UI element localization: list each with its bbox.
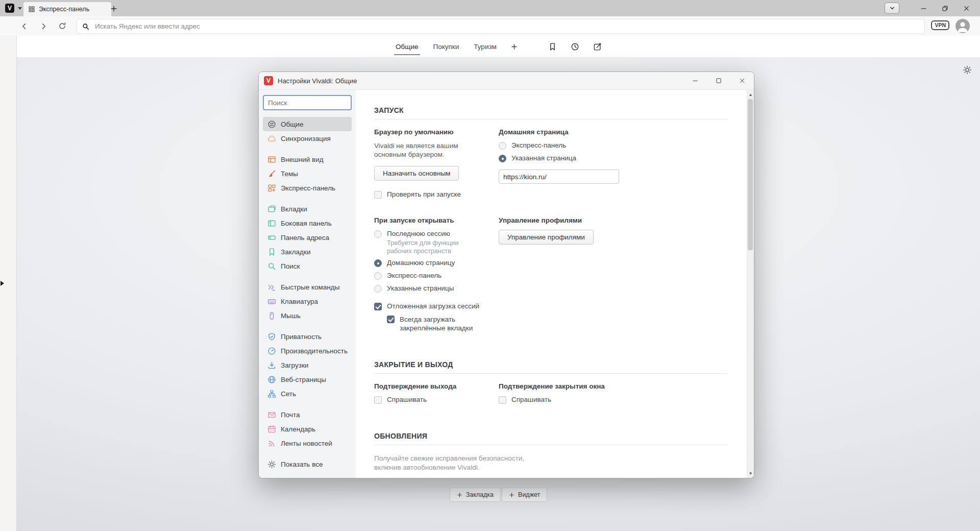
bookmark-icon (267, 248, 276, 256)
download-icon (267, 361, 276, 370)
set-default-browser-button[interactable]: Назначить основным (374, 166, 459, 181)
open-on-startup-label: При запуске открывать (374, 216, 499, 224)
speed-dial-tab-travel[interactable]: Туризм (473, 42, 497, 52)
settings-close-button[interactable] (730, 72, 754, 89)
sidebar-item-quick-commands[interactable]: Быстрые команды (263, 280, 352, 294)
confirm-window-close-checkbox[interactable]: Спрашивать (499, 396, 727, 404)
forward-button[interactable] (38, 21, 49, 31)
scroll-down-arrow-icon[interactable]: ▼ (747, 470, 754, 477)
speed-dial-tab-general[interactable]: Общие (395, 42, 419, 52)
sidebar-item-downloads[interactable]: Загрузки (263, 358, 352, 372)
lazy-load-checkbox[interactable]: Отложенная загрузка сессий (374, 302, 499, 310)
sidebar-item-calendar[interactable]: Календарь (263, 422, 352, 436)
address-bar[interactable] (77, 19, 925, 34)
speed-dial-tab-shopping[interactable]: Покупки (433, 42, 460, 52)
tab-dropdown-button[interactable] (885, 3, 899, 14)
settings-maximize-button[interactable] (707, 72, 730, 89)
history-clock-icon[interactable] (571, 42, 579, 51)
settings-sidebar: Общие Синхронизация Внешний вид (259, 90, 356, 478)
speed-dial-grid-icon (29, 6, 35, 12)
checkbox-unchecked (374, 396, 382, 404)
check-on-startup-checkbox[interactable]: Проверять при запуске (374, 190, 499, 199)
sidebar-item-performance[interactable]: Производительность (263, 344, 352, 358)
add-widget-button[interactable]: Виджет (502, 488, 547, 502)
settings-minimize-button[interactable] (683, 72, 707, 89)
manage-profiles-button[interactable]: Управление профилями (499, 230, 594, 245)
reload-button[interactable] (57, 21, 68, 31)
radio-homepage-speed-dial[interactable]: Экспресс-панель (499, 141, 727, 150)
radio-open-speed-dial[interactable]: Экспресс-панель (374, 272, 499, 280)
search-icon (82, 23, 89, 30)
settings-content: ЗАПУСК Браузер по умолчанию Vivaldi не я… (356, 90, 747, 478)
panel-toggle-arrow-icon[interactable] (1, 281, 4, 286)
page-settings-gear-icon[interactable] (963, 65, 972, 75)
checkbox-unchecked (374, 191, 382, 199)
browser-minimize-button[interactable] (913, 0, 934, 16)
sidebar-item-mail[interactable]: Почта (263, 407, 352, 422)
panel-strip (0, 36, 17, 531)
sidebar-item-general[interactable]: Общие (263, 117, 352, 131)
gear-icon (267, 460, 276, 469)
sidebar-item-side-panel[interactable]: Боковая панель (263, 216, 352, 230)
vpn-badge[interactable]: VPN (931, 20, 949, 30)
sidebar-item-themes[interactable]: Темы (263, 166, 352, 181)
settings-search-input[interactable] (263, 95, 352, 110)
mouse-icon (267, 311, 276, 320)
sidebar-item-keyboard[interactable]: Клавиатура (263, 294, 352, 308)
section-heading-closing: ЗАКРЫТИЕ И ВЫХОД (374, 360, 727, 369)
plus-icon (509, 492, 514, 498)
sidebar-item-sync[interactable]: Синхронизация (263, 131, 352, 146)
browser-tab-speed-dial[interactable]: Экспресс-панель (23, 2, 111, 16)
divider (374, 119, 727, 119)
sidebar-item-search[interactable]: Поиск (263, 259, 352, 273)
radio-open-custom-pages[interactable]: Указанные страницы (374, 284, 499, 293)
always-load-pinned-checkbox[interactable]: Всегда загружать закреплённые вкладки (387, 315, 499, 332)
bookmarks-view-icon[interactable] (548, 42, 557, 51)
back-button[interactable] (18, 21, 30, 31)
profile-avatar[interactable] (955, 19, 970, 33)
confirm-window-close-label: Подтверждение закрытия окна (499, 382, 727, 390)
default-browser-label: Браузер по умолчанию (374, 128, 499, 136)
checkbox-checked (374, 303, 382, 310)
new-tab-button[interactable] (109, 4, 118, 13)
sidebar-item-network[interactable]: Сеть (263, 387, 352, 401)
add-speed-dial-group-button[interactable] (511, 43, 518, 50)
radio-open-homepage[interactable]: Домашнюю страницу (374, 259, 499, 267)
divider (374, 373, 727, 374)
browser-close-button[interactable] (955, 0, 977, 16)
settings-titlebar[interactable]: V Настройки Vivaldi: Общие (259, 72, 754, 90)
sidebar-item-speed-dial[interactable]: Экспресс-панель (263, 181, 352, 195)
confirm-exit-checkbox[interactable]: Спрашивать (374, 396, 499, 404)
address-input[interactable] (94, 22, 919, 31)
add-bookmark-button[interactable]: Закладка (450, 488, 501, 502)
updates-note: Получайте свежие исправления безопасност… (374, 454, 727, 472)
sidebar-item-privacy[interactable]: Приватность (263, 329, 352, 344)
sidebar-item-appearance[interactable]: Внешний вид (263, 152, 352, 166)
grid-plus-icon (267, 184, 276, 192)
sidebar-item-tabs[interactable]: Вкладки (263, 202, 352, 216)
browser-toolbar: VPN (0, 16, 980, 36)
divider (374, 445, 727, 445)
vivaldi-menu-button[interactable]: V (5, 4, 22, 13)
address-field-icon (267, 233, 276, 242)
radio-homepage-custom[interactable]: Указанная страница (499, 154, 727, 162)
sidebar-item-bookmarks[interactable]: Закладки (263, 245, 352, 259)
quick-commands-icon (267, 283, 276, 292)
sidebar-item-feeds[interactable]: Ленты новостей (263, 436, 352, 450)
settings-window: V Настройки Vivaldi: Общие (258, 71, 754, 478)
radio-last-session[interactable]: Последнюю сессию (374, 230, 499, 238)
scroll-up-arrow-icon[interactable]: ▲ (747, 91, 754, 98)
search-icon (267, 262, 276, 271)
notes-compose-icon[interactable] (593, 42, 602, 51)
radio-unselected (374, 285, 382, 293)
sidebar-item-mouse[interactable]: Мышь (263, 308, 352, 323)
scrollbar-thumb[interactable] (748, 99, 753, 250)
settings-scrollbar[interactable]: ▲ ▼ (747, 90, 754, 478)
sidebar-item-address-bar[interactable]: Панель адреса (263, 230, 352, 245)
browser-restore-button[interactable] (934, 0, 955, 16)
sidebar-item-webpages[interactable]: Веб-страницы (263, 372, 352, 387)
network-icon (267, 390, 276, 398)
sidebar-item-show-all[interactable]: Показать все (263, 457, 352, 471)
person-icon (955, 19, 970, 33)
homepage-url-input[interactable] (499, 170, 619, 184)
